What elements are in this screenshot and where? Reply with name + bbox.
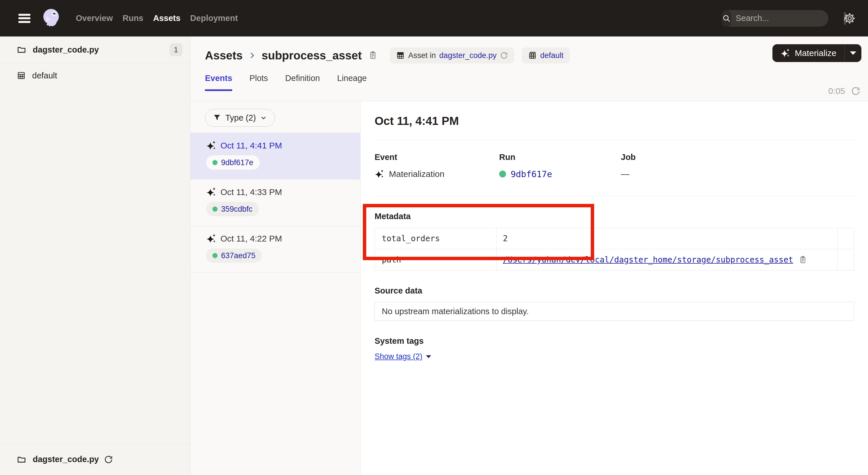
tag-prefix: Asset in <box>408 51 436 60</box>
event-detail-title: Oct 11, 4:41 PM <box>375 115 854 127</box>
type-filter-button[interactable]: Type (2) <box>205 109 275 127</box>
code-location-link[interactable]: dagster_code.py <box>439 51 497 60</box>
run-id-link[interactable]: 9dbf617e <box>510 169 552 179</box>
job-value: — <box>621 169 629 179</box>
refresh-icon[interactable] <box>851 86 861 96</box>
gear-icon[interactable] <box>843 12 856 25</box>
footer-code-location-label: dagster_code.py <box>33 455 99 464</box>
group-label: default <box>32 71 57 81</box>
metadata-path-link[interactable]: /Users/yuhan/dev/local/dagster_home/stor… <box>503 255 793 265</box>
nav-item-overview[interactable]: Overview <box>76 13 113 23</box>
copy-path-icon[interactable] <box>798 255 807 265</box>
asset-group-icon <box>396 51 405 60</box>
materialization-sparkle-icon <box>206 187 216 197</box>
code-location-tag: Asset in dagster_code.py <box>390 48 515 63</box>
folder-icon <box>17 455 26 464</box>
breadcrumb-assets-link[interactable]: Assets <box>205 49 243 62</box>
event-column-label: Event <box>375 152 499 162</box>
sidebar-item-default-group[interactable]: default <box>0 63 190 88</box>
group-link[interactable]: default <box>540 51 563 60</box>
caret-down-icon <box>426 355 431 358</box>
run-pill[interactable]: 9dbf617e <box>206 155 260 170</box>
run-status-dot <box>212 160 218 165</box>
code-location-label: dagster_code.py <box>33 45 99 55</box>
materialize-button[interactable]: Materialize <box>772 44 844 62</box>
source-data-heading: Source data <box>375 286 854 296</box>
event-list-item[interactable]: Oct 11, 4:22 PM 637aed75 <box>190 226 360 272</box>
primary-nav: Overview Runs Assets Deployment <box>76 13 238 23</box>
sidebar-item-code-location[interactable]: dagster_code.py 1 <box>0 36 190 63</box>
metadata-row: total_orders 2 <box>375 228 854 249</box>
materialize-split-button: Materialize <box>772 44 861 62</box>
materialization-sparkle-icon <box>206 234 216 244</box>
dagster-logo-icon[interactable] <box>40 7 63 30</box>
source-data-empty-state: No upstream materializations to display. <box>375 302 854 321</box>
tab-plots[interactable]: Plots <box>249 73 268 91</box>
materialization-sparkle-icon <box>375 169 384 179</box>
materialize-dropdown-button[interactable] <box>845 44 861 62</box>
event-type-value: Materialization <box>389 169 444 179</box>
filter-label: Type (2) <box>225 113 256 123</box>
tab-events[interactable]: Events <box>205 73 232 91</box>
event-date: Oct 11, 4:22 PM <box>220 234 282 243</box>
event-list-item[interactable]: Oct 11, 4:41 PM 9dbf617e <box>190 133 360 179</box>
event-date: Oct 11, 4:41 PM <box>220 141 282 150</box>
metadata-key: path <box>375 249 497 270</box>
chevron-right-icon <box>248 51 256 60</box>
asset-group-icon <box>17 71 26 80</box>
reload-icon[interactable] <box>500 51 508 59</box>
materialization-sparkle-icon <box>780 48 790 58</box>
asset-page-header: Assets subprocess_asset Asset in dagster… <box>190 36 868 101</box>
tab-lineage[interactable]: Lineage <box>337 73 367 91</box>
run-id-link: 359cdbfc <box>221 205 253 214</box>
run-pill[interactable]: 359cdbfc <box>206 202 259 216</box>
event-date: Oct 11, 4:33 PM <box>220 187 282 197</box>
show-tags-toggle[interactable]: Show tags (2) <box>375 352 431 361</box>
asset-graph-sidebar: dagster_code.py 1 default dagster_code.p… <box>0 36 190 475</box>
event-detail-panel: Oct 11, 4:41 PM Event Materialization Ru… <box>361 101 868 475</box>
copy-asset-name-icon[interactable] <box>368 51 378 60</box>
event-list-item[interactable]: Oct 11, 4:33 PM 359cdbfc <box>190 179 360 226</box>
folder-icon <box>17 45 26 55</box>
search-input[interactable] <box>731 13 844 23</box>
metadata-key: total_orders <box>375 228 497 249</box>
refresh-timer: 0:05 <box>828 86 861 96</box>
show-tags-label: Show tags (2) <box>375 352 423 361</box>
asset-count-badge: 1 <box>169 43 183 56</box>
run-status-dot <box>212 253 218 258</box>
timer-value: 0:05 <box>828 86 845 96</box>
materialize-label: Materialize <box>795 48 836 58</box>
breadcrumb: Assets subprocess_asset Asset in dagster… <box>205 48 868 63</box>
top-nav-right: / <box>722 10 856 27</box>
system-tags-heading: System tags <box>375 336 854 346</box>
asset-group-icon <box>528 51 537 60</box>
metadata-row: path /Users/yuhan/dev/local/dagster_home… <box>375 249 854 270</box>
filter-funnel-icon <box>213 113 221 122</box>
sidebar-footer: dagster_code.py <box>0 443 190 475</box>
nav-item-assets[interactable]: Assets <box>153 13 180 23</box>
search-icon <box>722 10 731 27</box>
tab-definition[interactable]: Definition <box>285 73 320 91</box>
event-summary: Event Materialization Run 9dbf617e Job — <box>375 152 854 180</box>
job-column-label: Job <box>621 152 636 162</box>
run-pill[interactable]: 637aed75 <box>206 248 262 263</box>
run-id-link: 9dbf617e <box>221 158 253 167</box>
run-status-dot <box>212 206 218 212</box>
top-nav: Overview Runs Assets Deployment / <box>0 0 868 36</box>
run-column-label: Run <box>499 152 621 162</box>
empty-message: No upstream materializations to display. <box>382 307 529 316</box>
nav-item-deployment[interactable]: Deployment <box>190 13 238 23</box>
nav-item-runs[interactable]: Runs <box>123 13 144 23</box>
search-box[interactable]: / <box>722 10 828 27</box>
run-id-link: 637aed75 <box>221 251 255 260</box>
hamburger-menu-icon[interactable] <box>19 14 30 23</box>
metadata-table: total_orders 2 path /Users/yuhan/dev/loc… <box>375 228 854 270</box>
group-tag: default <box>522 48 570 63</box>
asset-tabs: Events Plots Definition Lineage <box>205 73 868 91</box>
event-list-panel: Type (2) Oct 11, 4:41 PM 9dbf617e <box>190 101 361 475</box>
run-status-dot <box>499 171 506 177</box>
asset-tags: Asset in dagster_code.py default <box>390 48 570 63</box>
reload-location-icon[interactable] <box>104 455 113 464</box>
metadata-heading: Metadata <box>375 212 854 221</box>
materialization-sparkle-icon <box>206 141 216 151</box>
